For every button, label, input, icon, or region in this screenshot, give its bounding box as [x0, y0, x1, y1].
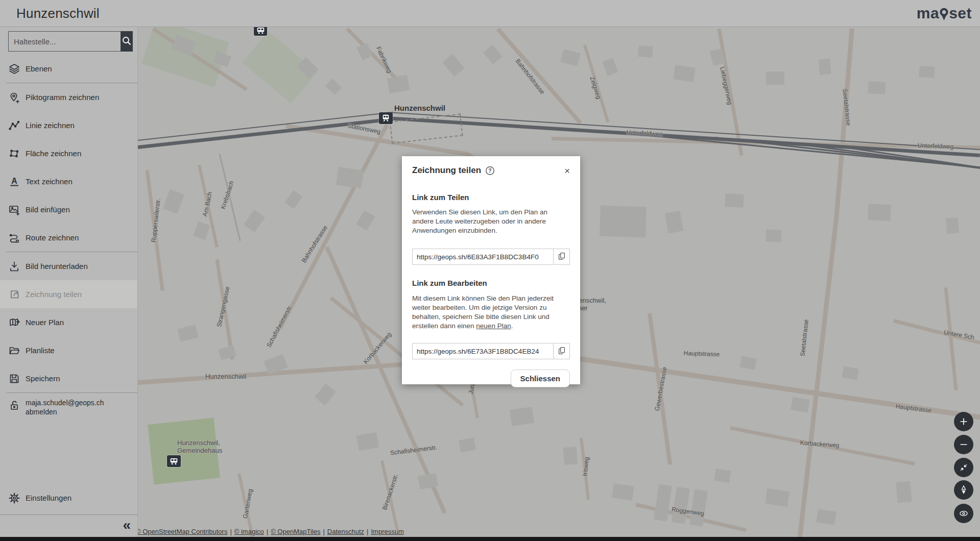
sidebar-item-label: Zeichnung teilen — [26, 290, 82, 299]
page-title: Hunzenschwil — [16, 6, 100, 21]
map-street-label: Hunzenschwil — [205, 373, 246, 380]
mapset-pin-icon — [940, 8, 948, 21]
sidebar: EbenenPiktogramm zeichnenLinie zeichnenF… — [0, 27, 138, 537]
map-railway — [387, 116, 980, 157]
settings-wrap: Einstellungen — [0, 484, 138, 512]
sidebar-item-label: Neuer Plan — [26, 318, 64, 327]
sidebar-item-speichern[interactable]: Speichern — [0, 364, 137, 392]
map-street-label: Unterfeldweg — [917, 142, 953, 150]
map-building — [244, 210, 265, 232]
map-building — [896, 481, 912, 503]
search-button[interactable] — [121, 31, 133, 52]
share-url-input[interactable] — [413, 249, 553, 264]
map-building — [868, 81, 886, 94]
schliessen-button[interactable]: Schliessen — [511, 370, 570, 387]
map-street-label: Zelgweg — [588, 76, 602, 100]
compass-icon — [960, 485, 967, 495]
search-icon — [121, 35, 133, 48]
sidebar-item-planliste[interactable]: Planliste — [0, 336, 137, 364]
map-building — [612, 483, 634, 500]
sidebar-item-route-zeichnen[interactable]: Route zeichnen — [0, 224, 137, 252]
layers-icon — [8, 63, 20, 75]
sidebar-item-bild-herunterladen[interactable]: Bild herunterladen — [0, 252, 137, 280]
map-building — [560, 49, 581, 66]
map-attribution: © OpenStreetMap Contributors|© imagico|©… — [136, 528, 404, 535]
help-icon[interactable]: ? — [485, 166, 495, 176]
sidebar-item-label: Linie zeichnen — [26, 121, 75, 130]
attribution-link[interactable]: © OpenMapTiles — [271, 528, 320, 535]
folder-icon — [8, 345, 20, 357]
sidebar-item-neuer-plan[interactable]: Neuer Plan — [0, 308, 137, 336]
account-item[interactable]: maja.schudel@geops.ch abmelden — [0, 393, 137, 416]
sidebar-item-label: Bild herunterladen — [26, 262, 88, 270]
map-building — [356, 432, 379, 451]
map-building — [163, 189, 184, 214]
sidebar-item-zeichnung-teilen[interactable]: Zeichnung teilen — [0, 280, 137, 308]
sidebar-item-linie-zeichnen[interactable]: Linie zeichnen — [0, 111, 137, 139]
map-street-label: Strangengasse — [216, 286, 231, 328]
sidebar-item-einstellungen[interactable]: Einstellungen — [0, 484, 138, 512]
gear-icon — [8, 492, 20, 504]
edit-heading: Link zum Bearbeiten — [412, 279, 570, 287]
share-description: Verwenden Sie diesen Link, um den Plan a… — [412, 208, 570, 235]
close-icon[interactable]: × — [564, 166, 570, 176]
map-street-label: Unterfeldweg — [626, 129, 662, 138]
copy-edit-link-button[interactable] — [553, 343, 569, 359]
map-plus-icon — [8, 316, 20, 329]
map-building — [665, 211, 683, 234]
new-plan-link[interactable]: neuen Plan — [476, 322, 511, 330]
logout-label: abmelden — [26, 407, 104, 416]
bus-station-icon[interactable] — [254, 26, 267, 36]
sidebar-menu: EbenenPiktogramm zeichnenLinie zeichnenF… — [0, 55, 137, 393]
attribution-link[interactable]: © OpenStreetMap Contributors — [136, 528, 227, 535]
polyline-icon — [8, 119, 20, 132]
polygon-icon — [8, 147, 20, 160]
train-station-icon[interactable] — [379, 112, 393, 124]
map-building — [177, 325, 199, 342]
zoom-in-button[interactable] — [954, 412, 973, 431]
search-input[interactable] — [8, 31, 121, 52]
edit-description: Mit diesem Link können Sie den Plan jede… — [412, 294, 570, 331]
compress-button[interactable] — [954, 458, 973, 477]
map-building — [356, 210, 375, 231]
map-building — [563, 447, 578, 465]
copy-share-link-button[interactable] — [553, 249, 569, 264]
map-street-label: Liebeggerweg — [719, 66, 733, 106]
bottom-strip — [0, 537, 980, 541]
header: Hunzenschwil ma set — [0, 0, 980, 27]
attribution-link[interactable]: Datenschutz — [327, 528, 364, 535]
sidebar-item-label: Bild einfügen — [26, 205, 70, 214]
download-icon — [8, 260, 20, 273]
compass-button[interactable] — [954, 480, 973, 500]
map-building — [819, 59, 831, 75]
sidebar-footer: « — [0, 514, 138, 537]
eye-button[interactable] — [954, 504, 973, 523]
sidebar-item-label: Route zeichnen — [26, 233, 79, 242]
map-building — [459, 438, 476, 453]
attribution-separator: | — [323, 528, 324, 535]
mapset-logo: ma set — [917, 6, 972, 21]
dialog-title: Zeichnung teilen — [412, 165, 481, 176]
sidebar-item-bild-einf-gen[interactable]: Bild einfügen — [0, 195, 137, 224]
map-building — [766, 229, 781, 242]
collapse-sidebar-button[interactable]: « — [123, 518, 131, 532]
attribution-link[interactable]: © imagico — [234, 528, 264, 535]
map-railway — [387, 112, 980, 150]
map-street-label: Irisweg — [581, 456, 590, 476]
zoom-out-button[interactable] — [954, 435, 973, 454]
account-email: maja.schudel@geops.ch — [26, 398, 104, 407]
attribution-separator: | — [267, 528, 268, 535]
pin-plus-icon — [8, 91, 20, 104]
attribution-separator: | — [230, 528, 231, 535]
sidebar-item-fl-che-zeichnen[interactable]: Fläche zeichnen — [0, 139, 137, 167]
sidebar-item-ebenen[interactable]: Ebenen — [0, 55, 137, 83]
map-building — [387, 75, 410, 93]
map-road — [893, 319, 980, 345]
sidebar-item-text-zeichnen[interactable]: AText zeichnen — [0, 167, 137, 195]
edit-url-input[interactable] — [413, 343, 553, 359]
attribution-link[interactable]: Impressum — [371, 528, 403, 535]
sidebar-item-piktogramm-zeichnen[interactable]: Piktogramm zeichnen — [0, 83, 137, 111]
bus-station-icon[interactable] — [167, 455, 181, 467]
map-road — [496, 28, 582, 124]
map-building — [336, 167, 364, 189]
